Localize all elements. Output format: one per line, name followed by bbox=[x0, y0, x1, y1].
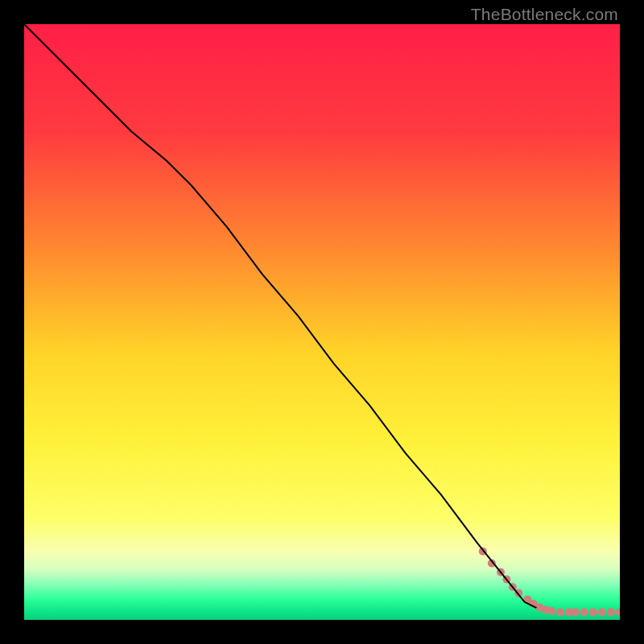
watermark-label: TheBottleneck.com bbox=[471, 5, 618, 24]
chart-frame: TheBottleneck.com bbox=[0, 0, 644, 644]
data-point bbox=[572, 608, 580, 616]
data-point bbox=[589, 608, 597, 616]
data-point bbox=[598, 608, 606, 616]
data-point bbox=[607, 608, 615, 616]
plot-area bbox=[24, 24, 620, 620]
data-point bbox=[580, 608, 588, 616]
data-point bbox=[547, 607, 555, 615]
chart-canvas bbox=[24, 24, 620, 620]
data-point bbox=[556, 608, 564, 616]
